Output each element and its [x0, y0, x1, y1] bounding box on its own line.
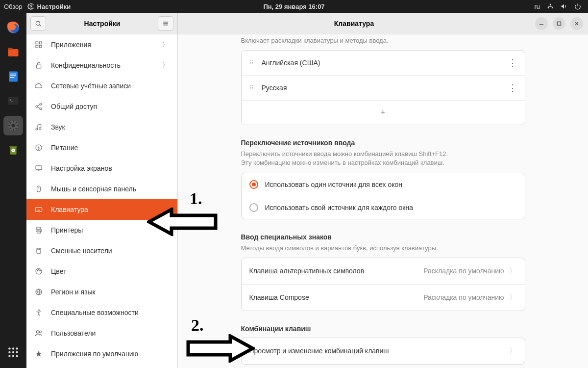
input-source-row[interactable]: ⠿Английская (США)⋮	[242, 51, 525, 75]
sidebar-item-defaults[interactable]: Приложения по умолчанию	[26, 343, 177, 364]
topbar-datetime[interactable]: Пн, 29 января 16:07	[263, 3, 324, 10]
switch-desc: Переключить источники ввода можно комбин…	[241, 150, 525, 167]
window-minimize[interactable]	[535, 17, 548, 30]
sidebar-item-label: Звук	[51, 123, 65, 131]
drag-handle-icon[interactable]: ⠿	[249, 84, 255, 91]
sidebar-item-cloud[interactable]: Сетевые учётные записи	[26, 76, 177, 96]
sidebar-item-label: Конфиденциальность	[51, 61, 121, 69]
sidebar-item-users[interactable]: Пользователи	[26, 323, 177, 343]
sidebar-item-sound[interactable]: Звук	[26, 117, 177, 137]
svg-point-15	[11, 124, 15, 127]
search-button[interactable]	[30, 16, 46, 31]
settings-content: Включает раскладки клавиатуры и методы в…	[178, 34, 588, 368]
lang-indicator[interactable]: ru	[534, 3, 540, 10]
sidebar-item-printer[interactable]: Принтеры	[26, 220, 177, 240]
sidebar-item-label: Принтеры	[51, 226, 83, 234]
removable-icon	[34, 246, 43, 255]
shortcuts-card: Просмотр и изменение комбинаций клавиш 〉	[241, 338, 525, 365]
special-row-value: Раскладка по умолчанию	[423, 293, 504, 301]
svg-rect-9	[10, 74, 16, 75]
svg-rect-10	[10, 76, 16, 77]
sound-icon	[34, 123, 43, 131]
sidebar-item-label: Настройка экранов	[51, 164, 112, 172]
gnome-topbar: Обзор Настройки Пн, 29 января 16:07 ru	[0, 0, 588, 13]
svg-point-27	[8, 347, 10, 349]
sidebar-item-region[interactable]: Регион и язык	[26, 282, 177, 302]
svg-point-56	[39, 128, 41, 130]
chevron-right-icon: 〉	[162, 40, 170, 50]
drag-handle-icon[interactable]: ⠿	[249, 59, 255, 66]
add-input-source[interactable]: +	[242, 100, 525, 125]
svg-point-33	[8, 355, 10, 357]
svg-point-51	[36, 105, 38, 107]
svg-point-32	[16, 351, 18, 353]
svg-point-0	[30, 5, 32, 7]
svg-rect-6	[8, 49, 19, 56]
svg-rect-2	[548, 7, 549, 8]
share-icon	[34, 102, 43, 111]
network-icon[interactable]	[547, 3, 554, 10]
input-source-label: Английская (США)	[262, 59, 320, 67]
sidebar-item-lock[interactable]: Конфиденциальность〉	[26, 55, 177, 76]
dock-libreoffice[interactable]	[3, 67, 23, 86]
window-maximize[interactable]	[553, 17, 565, 30]
special-row[interactable]: Клавиша альтернативных символовРаскладка…	[242, 258, 525, 284]
sidebar-item-removable[interactable]: Сменные носители	[26, 240, 177, 261]
dock-settings[interactable]	[3, 116, 23, 135]
dock-firefox[interactable]	[3, 18, 23, 37]
svg-point-77	[40, 270, 41, 271]
cloud-icon	[34, 81, 43, 90]
switch-opt-each[interactable]: Использовать свой источник для каждого о…	[242, 196, 525, 219]
window-close[interactable]	[570, 17, 583, 30]
svg-rect-45	[36, 42, 38, 44]
sidebar-item-a11y[interactable]: Специальные возможности	[26, 302, 177, 323]
power-icon	[34, 143, 43, 152]
topbar-app[interactable]: Настройки	[27, 3, 71, 10]
special-row-key: Клавиша альтернативных символов	[249, 267, 365, 275]
dock-files[interactable]	[3, 42, 23, 62]
svg-rect-1	[550, 4, 551, 5]
special-row-value: Раскладка по умолчанию	[423, 267, 504, 275]
apps-icon	[34, 40, 43, 49]
svg-rect-46	[39, 42, 42, 44]
hamburger-button[interactable]	[158, 16, 173, 31]
sidebar-item-label: Клавиатура	[51, 206, 88, 213]
power-icon[interactable]	[574, 3, 581, 10]
switch-opt-all[interactable]: Использовать один источник для всех окон	[242, 173, 525, 196]
sidebar-item-power[interactable]: Питание	[26, 137, 177, 158]
special-title: Ввод специальных знаков	[241, 233, 525, 241]
svg-rect-42	[558, 22, 561, 25]
sidebar-item-display[interactable]: Настройка экранов	[26, 158, 177, 179]
activities-button[interactable]: Обзор	[4, 3, 23, 10]
svg-rect-61	[37, 186, 41, 192]
svg-rect-25	[9, 146, 17, 147]
users-icon	[34, 329, 43, 338]
region-icon	[34, 288, 43, 296]
sidebar-item-color[interactable]: Цвет	[26, 261, 177, 282]
sidebar-item-mouse[interactable]: Мышь и сенсорная панель	[26, 179, 177, 199]
svg-rect-63	[35, 208, 42, 211]
svg-point-36	[36, 21, 40, 25]
sidebar-item-share[interactable]: Общий доступ	[26, 96, 177, 117]
defaults-icon	[34, 349, 43, 358]
dock-trash[interactable]	[3, 140, 23, 160]
input-sources-desc: Включает раскладки клавиатуры и методы в…	[241, 36, 525, 45]
dock-apps-grid[interactable]	[3, 342, 23, 362]
more-icon[interactable]: ⋮	[508, 57, 517, 68]
sidebar-item-label: Сетевые учётные записи	[51, 82, 131, 90]
settings-sidebar: Приложения〉Конфиденциальность〉Сетевые уч…	[26, 34, 178, 368]
special-row[interactable]: Клавиша ComposeРаскладка по умолчанию〉	[242, 284, 525, 311]
more-icon[interactable]: ⋮	[508, 82, 517, 93]
sidebar-title: Настройки	[26, 20, 178, 27]
shortcuts-row[interactable]: Просмотр и изменение комбинаций клавиш 〉	[242, 338, 525, 364]
dock-terminal[interactable]: >_	[3, 91, 23, 111]
sidebar-item-keyboard[interactable]: Клавиатура	[26, 199, 177, 220]
sidebar-item-label: Приложения	[51, 41, 91, 49]
maximize-icon	[557, 21, 562, 26]
input-source-row[interactable]: ⠿Русская⋮	[242, 75, 525, 100]
sidebar-item-apps[interactable]: Приложения〉	[26, 34, 177, 55]
volume-icon[interactable]	[561, 3, 567, 10]
svg-rect-8	[9, 72, 18, 82]
mouse-icon	[34, 184, 43, 193]
content-title: Клавиатура	[178, 13, 530, 34]
